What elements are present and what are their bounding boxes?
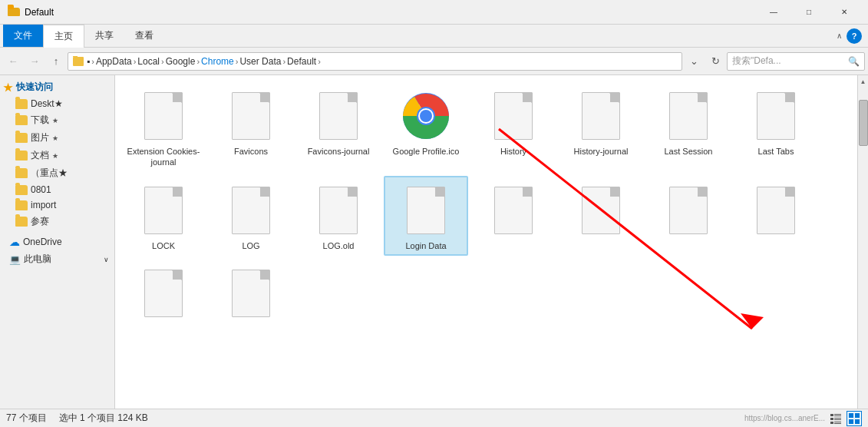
file-icon [490,89,536,143]
file-grid: Extension Cookies-journal Favicons Favic… [121,81,851,328]
help-button[interactable]: ? [847,28,862,44]
breadcrumb-local[interactable]: Local [137,56,160,67]
sidebar-item-downloads[interactable]: 下载 ★ [0,111,115,129]
tab-home[interactable]: 主页 [43,25,84,48]
file-item-extra1[interactable] [471,176,556,256]
breadcrumb-userdata[interactable]: User Data [239,56,281,67]
close-button[interactable]: ✕ [827,0,862,25]
file-item-favicons[interactable]: Favicons [209,81,293,173]
doc-icon [319,187,358,234]
file-item-last-tabs[interactable]: Last Tabs [734,81,818,173]
file-name: History [500,146,526,157]
sidebar-item-0801[interactable]: 0801 [0,182,115,197]
tab-share[interactable]: 共享 [84,25,124,47]
file-item-extra4[interactable] [734,176,818,256]
search-box[interactable]: 搜索"Defa... 🔍 [727,52,865,71]
file-name: Favicons [234,146,268,157]
sidebar: ★ 快速访问 Deskt★ 下载 ★ 图片 ★ 文档 ★ [0,75,115,271]
back-button[interactable]: ← [3,51,23,71]
file-item-history[interactable]: History [471,81,556,173]
sidebar-item-thispc[interactable]: 💻 此电脑 ∨ [0,250,115,268]
file-item-extra3[interactable] [646,176,731,256]
file-item-log-old[interactable]: LOG.old [296,176,381,256]
file-item-extra5[interactable] [121,259,206,328]
doc-icon [494,187,533,234]
sidebar-item-onedrive[interactable]: ☁ OneDrive [0,233,115,250]
sidebar-item-pictures[interactable]: 图片 ★ [0,129,115,147]
doc-icon [144,187,183,234]
sidebar-item-import[interactable]: import [0,197,115,213]
doc-icon [232,270,270,317]
up-button[interactable]: ↑ [46,51,66,71]
file-item-favicons-journal[interactable]: Favicons-journal [296,81,381,173]
breadcrumb: ▪ › AppData › Local › Google › Chrome › … [73,56,322,67]
breadcrumb-google[interactable]: Google [166,56,196,67]
doc-icon [582,187,620,234]
file-name: Login Data [405,240,446,251]
forward-button[interactable]: → [25,51,45,71]
scrollbar-thumb[interactable] [859,100,868,146]
sidebar-item-important[interactable]: （重点★ [0,164,115,182]
svg-rect-16 [849,413,853,418]
maximize-button[interactable]: □ [791,0,827,25]
dropdown-button[interactable]: ⌄ [684,51,704,71]
doc-icon [407,187,445,234]
file-item-log[interactable]: LOG [209,176,293,256]
chevron-down-icon: ∨ [104,256,109,263]
ribbon-collapse[interactable]: ∧ [833,30,845,42]
folder-icon [15,168,28,178]
file-icon [403,184,449,237]
file-item-google-profile[interactable]: Google Profile.ico [384,81,468,173]
file-name: Extension Cookies-journal [126,146,201,168]
folder-icon [15,99,28,109]
tab-view[interactable]: 查看 [124,25,164,47]
status-right: https://blog.cs...anerE... [744,411,862,426]
sidebar-item-documents[interactable]: 文档 ★ [0,147,115,164]
view-details-button[interactable] [828,411,843,426]
status-left: 77 个项目 选中 1 个项目 124 KB [6,412,148,425]
file-icon [753,184,799,237]
file-icon [403,89,449,143]
doc-icon [669,92,708,140]
folder-icon [15,200,28,210]
file-item-extra2[interactable] [559,176,643,256]
tab-file[interactable]: 文件 [3,25,43,47]
file-icon [140,184,186,237]
folder-icon [15,115,28,125]
file-area: Extension Cookies-journal Favicons Favic… [115,75,857,409]
view-large-icons-button[interactable] [847,411,862,426]
doc-icon [144,92,183,140]
sidebar-item-desktop[interactable]: Deskt★ [0,96,115,111]
breadcrumb-appdata[interactable]: AppData [96,56,132,67]
file-area-scrollbar[interactable]: ▲ [857,75,868,409]
breadcrumb-chrome[interactable]: Chrome [201,56,234,67]
scroll-up-button[interactable]: ▲ [858,75,868,88]
title-bar-controls: — □ ✕ [756,0,862,25]
breadcrumb-default[interactable]: Default [287,56,316,67]
doc-icon [232,92,270,140]
refresh-button[interactable]: ↻ [705,51,725,71]
file-item-extra6[interactable] [209,259,293,328]
file-item-lock[interactable]: LOCK [121,176,206,256]
file-item-history-journal[interactable]: History-journal [559,81,643,173]
file-icon [578,184,624,237]
file-name: LOG.old [323,240,355,251]
sidebar-quick-access[interactable]: ★ 快速访问 [0,78,115,96]
file-item-extension-cookies-journal[interactable]: Extension Cookies-journal [121,81,206,173]
main-area: ★ 快速访问 Deskt★ 下载 ★ 图片 ★ 文档 ★ [0,75,868,409]
status-bar: 77 个项目 选中 1 个项目 124 KB https://blog.cs..… [0,409,868,427]
svg-rect-18 [849,419,853,424]
sidebar-item-contest[interactable]: 参赛 [0,213,115,230]
file-item-login-data[interactable]: Login Data [384,176,468,256]
folder-icon [15,133,28,143]
quick-access-icon: ★ [3,81,13,94]
file-item-last-session[interactable]: Last Session [646,81,731,173]
window-title: Default [25,7,54,18]
svg-rect-7 [830,414,833,416]
title-bar: Default — □ ✕ [0,0,868,25]
folder-icon [15,185,28,195]
minimize-button[interactable]: — [756,0,791,25]
address-bar[interactable]: ▪ › AppData › Local › Google › Chrome › … [68,52,682,71]
file-icon [665,89,711,143]
large-icons-view-icon [848,412,860,425]
